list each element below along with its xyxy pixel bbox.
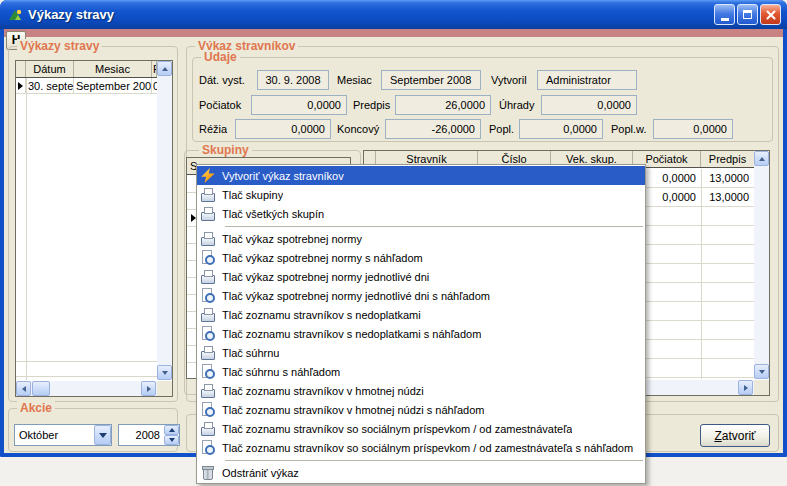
printer-icon <box>200 269 216 284</box>
menu-item-label: Tlač zoznamu stravníkov s nedoplatkami s… <box>222 328 481 340</box>
arrow-left-icon <box>22 386 26 392</box>
udaje-groupbox: Udaje Dát. vyst. 30. 9. 2008 Mesiac Sept… <box>192 57 773 142</box>
close-dialog-button[interactable]: Zatvoriť <box>700 424 770 447</box>
vertical-scrollbar[interactable] <box>754 151 769 379</box>
menu-item-label: Tlač súhrnu s náhľadom <box>222 366 340 378</box>
titlebar[interactable]: Výkazy stravy <box>0 0 787 29</box>
menu-item-tlac-vykaz-normy[interactable]: Tlač výkaz spotrebnej normy <box>197 229 645 248</box>
dat-vyst-field[interactable]: 30. 9. 2008 <box>257 70 329 90</box>
scroll-up-button[interactable] <box>754 151 769 166</box>
spin-up-button[interactable] <box>164 425 179 435</box>
popl-w-field[interactable]: 0,0000 <box>653 119 733 139</box>
row-indicator-cell <box>16 78 26 93</box>
menu-item-tlac-hmotna-nudza-nahlad[interactable]: Tlač zoznamu stravníkov v hmotnej núdzi … <box>197 400 645 419</box>
menu-item-tlac-nedoplatky-nahlad[interactable]: Tlač zoznamu stravníkov s nedoplatkami s… <box>197 324 645 343</box>
pociatok-field[interactable]: 0,0000 <box>251 95 347 115</box>
combobox-dropdown-button[interactable] <box>94 425 111 445</box>
dat-vyst-label: Dát. vyst. <box>199 74 257 86</box>
column-header-mesiac[interactable]: Mesiac <box>74 61 152 77</box>
popl-field[interactable]: 0,0000 <box>519 119 603 139</box>
menu-item-tlac-suhrnu[interactable]: Tlač súhrnu <box>197 343 645 362</box>
preview-icon <box>200 364 216 379</box>
mesiac-field[interactable]: September 2008 <box>381 70 481 90</box>
spin-down-button[interactable] <box>164 435 179 445</box>
menu-item-tlac-vykaz-normy-dni[interactable]: Tlač výkaz spotrebnej normy jednotlivé d… <box>197 267 645 286</box>
udaje-group-label: Udaje <box>201 50 240 64</box>
context-menu: Vytvoriť výkaz stravníkov Tlač skupiny T… <box>196 164 646 484</box>
year-spinner[interactable]: 2008 <box>118 424 180 446</box>
koncovy-label: Koncový <box>331 123 385 135</box>
scroll-left-button[interactable] <box>16 381 31 396</box>
column-header-predpis[interactable]: Predpis <box>701 151 754 167</box>
printer-icon <box>200 307 216 322</box>
scroll-down-button[interactable] <box>157 365 172 380</box>
grid-line <box>26 78 27 380</box>
close-dialog-button-label: Zatvoriť <box>714 429 755 443</box>
menu-item-tlac-vykaz-normy-nahlad[interactable]: Tlač výkaz spotrebnej normy s náhľadom <box>197 248 645 267</box>
cell-predpis[interactable]: 13,0000 <box>702 169 752 187</box>
close-icon <box>765 9 777 21</box>
menu-item-tlac-nedoplatky[interactable]: Tlač zoznamu stravníkov s nedoplatkami <box>197 305 645 324</box>
scroll-right-button[interactable] <box>738 380 753 395</box>
scroll-down-button[interactable] <box>754 364 769 379</box>
chevron-down-icon <box>99 433 107 438</box>
indicator-column-header <box>16 61 26 77</box>
vytvoril-field[interactable]: Administrator <box>537 70 637 90</box>
vertical-scrollbar[interactable] <box>157 61 172 380</box>
menu-item-tlac-vykaz-normy-dni-nahlad[interactable]: Tlač výkaz spotrebnej normy jednotlivé d… <box>197 286 645 305</box>
cell-datum[interactable]: 30. septe <box>26 78 74 93</box>
koncovy-field[interactable]: -26,0000 <box>385 119 481 139</box>
akcie-group-label: Akcie <box>17 401 55 415</box>
cell-mesiac[interactable]: September 2008 <box>74 78 152 93</box>
rezia-field[interactable]: 0,0000 <box>235 119 331 139</box>
vykazy-grid-header: Dátum Mesiac P <box>16 61 157 78</box>
arrow-up-icon <box>759 157 765 161</box>
popl-w-label: Popl.w. <box>603 123 653 135</box>
printer-icon <box>200 421 216 436</box>
preview-icon <box>200 402 216 417</box>
menu-item-label: Tlač skupiny <box>222 189 283 201</box>
menu-item-label: Tlač zoznamu stravníkov v hmotnej núdzi … <box>222 404 484 416</box>
arrow-right-icon <box>147 386 151 392</box>
row-indicator-icon <box>18 82 23 90</box>
menu-item-label: Tlač výkaz spotrebnej normy <box>222 233 362 245</box>
menu-item-vytvorit-vykaz[interactable]: Vytvoriť výkaz stravníkov <box>197 166 645 185</box>
table-row[interactable]: 30. septe September 2008 0 <box>16 78 157 94</box>
arrow-down-icon <box>162 371 168 375</box>
menu-item-odstranit-vykaz[interactable]: Odstrániť výkaz <box>197 463 645 482</box>
mesiac-label: Mesiac <box>329 74 381 86</box>
udaje-row-3: Réžia 0,0000 Koncový -26,0000 Popl. 0,00… <box>199 119 766 139</box>
menu-item-tlac-socialny-prispevok[interactable]: Tlač zoznamu stravníkov so sociálnym prí… <box>197 419 645 438</box>
menu-item-label: Odstrániť výkaz <box>222 467 299 479</box>
column-header-datum[interactable]: Dátum <box>26 61 74 77</box>
year-spinner-value: 2008 <box>119 425 164 445</box>
menu-item-tlac-skupiny[interactable]: Tlač skupiny <box>197 185 645 204</box>
vytvoril-label: Vytvoril <box>481 74 537 86</box>
spinner-buttons <box>164 425 179 445</box>
menu-item-tlac-socialny-prispevok-nahlad[interactable]: Tlač zoznamu stravníkov so sociálnym prí… <box>197 438 645 457</box>
grid-line <box>16 376 157 377</box>
menu-item-tlac-hmotna-nudza[interactable]: Tlač zoznamu stravníkov v hmotnej núdzi <box>197 381 645 400</box>
uhrady-field[interactable]: 0,0000 <box>541 95 637 115</box>
popl-label: Popl. <box>481 123 519 135</box>
menu-item-label: Vytvoriť výkaz stravníkov <box>222 170 344 182</box>
menu-item-tlac-suhrnu-nahlad[interactable]: Tlač súhrnu s náhľadom <box>197 362 645 381</box>
scroll-up-button[interactable] <box>157 61 172 76</box>
grid-line <box>16 361 157 362</box>
cell-predpis[interactable]: 13,0000 <box>702 188 752 206</box>
close-button[interactable] <box>760 4 781 25</box>
predpis-field[interactable]: 26,0000 <box>395 95 491 115</box>
printer-icon <box>200 206 216 221</box>
menu-item-tlac-vsetkych-skupin[interactable]: Tlač všetkých skupín <box>197 204 645 223</box>
scrollbar-thumb[interactable] <box>32 381 50 396</box>
minimize-button[interactable] <box>714 4 735 25</box>
chevron-up-icon <box>169 428 175 432</box>
menu-item-label: Tlač zoznamu stravníkov v hmotnej núdzi <box>222 385 424 397</box>
printer-icon <box>200 231 216 246</box>
scroll-right-button[interactable] <box>141 381 156 396</box>
preview-icon <box>200 440 216 455</box>
maximize-button[interactable] <box>737 4 758 25</box>
maximize-icon <box>743 10 752 19</box>
month-combobox[interactable]: Október <box>14 424 112 446</box>
trash-icon <box>200 465 216 480</box>
